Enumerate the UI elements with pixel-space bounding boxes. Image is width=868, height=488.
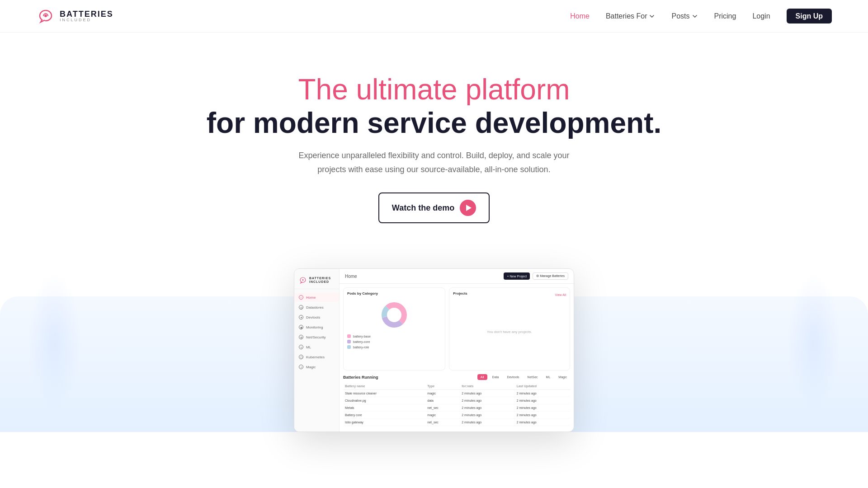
svg-point-0 (44, 14, 47, 17)
dashboard-content-row: Pods by Category (340, 284, 574, 374)
cell-battery-name: Metals (343, 404, 425, 412)
dashboard-table-header: Batteries Running All Data Devtools NetS… (343, 374, 570, 380)
cell-updated: 2 minutes ago (515, 419, 570, 426)
legend-dot-base (347, 334, 351, 338)
table-row: Istio gateway net_sec 2 minutes ago 2 mi… (343, 419, 570, 426)
sidebar-item-devtools[interactable]: ✦ Devtools (294, 313, 339, 322)
cell-for-nats: 2 minutes ago (460, 412, 514, 419)
manage-batteries-button[interactable]: ⚙ Manage Batteries (533, 272, 568, 280)
legend-dot-role (347, 345, 351, 349)
tab-data[interactable]: Data (489, 374, 502, 380)
cell-type: net_sec (425, 404, 460, 412)
legend-item-base: battery-base (347, 334, 441, 338)
dashboard-frame: BATTERIES INCLUDED ⌂ Home ◎ Datastores ✦… (294, 268, 574, 432)
logo-text: BATTERIES INCLUDED (60, 10, 113, 22)
netsecurity-nav-dot: ⊕ (299, 335, 303, 339)
kubernetes-nav-dot: ⎔ (299, 355, 303, 359)
sidebar-item-ml[interactable]: ∿ ML (294, 343, 339, 352)
tab-all[interactable]: All (477, 374, 487, 380)
tab-devtools[interactable]: Devtools (504, 374, 522, 380)
ml-nav-dot: ∿ (299, 345, 303, 349)
dashboard-sidebar: BATTERIES INCLUDED ⌂ Home ◎ Datastores ✦… (294, 269, 340, 432)
table-row: Battery core magic 2 minutes ago 2 minut… (343, 412, 570, 419)
col-last-updated: Last Updated (515, 383, 570, 390)
hero-headline: The ultimate platform for modern service… (18, 73, 850, 140)
new-project-button[interactable]: + New Project (504, 272, 530, 280)
logo: BATTERIES INCLUDED (36, 7, 113, 26)
home-nav-dot: ⌂ (299, 295, 303, 300)
nav-links: Home Batteries For Posts Pricing Login S… (570, 12, 832, 20)
play-icon (460, 200, 476, 216)
sidebar-item-monitoring[interactable]: ◉ Monitoring (294, 323, 339, 332)
legend-item-role: battery-role (347, 345, 441, 349)
tab-netsec[interactable]: NetSec (524, 374, 541, 380)
magic-nav-dot: ✧ (299, 365, 303, 369)
cell-type: magic (425, 390, 460, 397)
nav-login[interactable]: Login (752, 12, 770, 20)
sidebar-item-magic[interactable]: ✧ Magic (294, 362, 339, 371)
legend-dot-core (347, 340, 351, 343)
cell-type: magic (425, 412, 460, 419)
screenshot-section: BATTERIES INCLUDED ⌂ Home ◎ Datastores ✦… (0, 250, 868, 432)
cell-for-nats: 2 minutes ago (460, 419, 514, 426)
nav-signup[interactable]: Sign Up (787, 9, 832, 23)
view-all-projects[interactable]: View All (555, 293, 566, 296)
dashboard-topbar: Home + New Project ⚙ Manage Batteries (340, 269, 574, 284)
legend-item-core: battery-core (347, 340, 441, 343)
nav-batteries-for[interactable]: Batteries For (606, 12, 656, 20)
cell-updated: 2 minutes ago (515, 412, 570, 419)
cell-for-nats: 2 minutes ago (460, 404, 514, 412)
cell-for-nats: 2 minutes ago (460, 390, 514, 397)
navbar: BATTERIES INCLUDED Home Batteries For Po… (0, 0, 868, 33)
dashboard-table-section: Batteries Running All Data Devtools NetS… (340, 374, 574, 430)
sidebar-item-home[interactable]: ⌂ Home (294, 293, 339, 302)
cell-battery-name: Cloudnative.pg (343, 397, 425, 404)
dashboard-inner: BATTERIES INCLUDED ⌂ Home ◎ Datastores ✦… (294, 269, 574, 432)
svg-point-1 (302, 279, 304, 281)
table-row: Metals net_sec 2 minutes ago 2 minutes a… (343, 404, 570, 412)
logo-icon (36, 7, 55, 26)
dashboard-topbar-buttons: + New Project ⚙ Manage Batteries (504, 272, 568, 280)
no-projects-message: You don't have any projects. (453, 302, 566, 362)
donut-chart (347, 299, 441, 331)
watch-demo-button[interactable]: Watch the demo (378, 192, 490, 223)
cell-updated: 2 minutes ago (515, 404, 570, 412)
table-row: Cloudnative.pg data 2 minutes ago 2 minu… (343, 397, 570, 404)
dashboard-logo: BATTERIES INCLUDED (294, 274, 339, 289)
tab-magic[interactable]: Magic (555, 374, 570, 380)
cell-for-nats: 2 minutes ago (460, 397, 514, 404)
sidebar-item-kubernetes[interactable]: ⎔ Kubernetes (294, 352, 339, 361)
dashboard-projects-box: Projects View All You don't have any pro… (449, 287, 570, 371)
hero-description: Experience unparalleled flexibility and … (298, 149, 570, 176)
tab-ml[interactable]: ML (543, 374, 554, 380)
hero-section: The ultimate platform for modern service… (0, 33, 868, 250)
sidebar-item-datastores[interactable]: ◎ Datastores (294, 303, 339, 312)
col-type: Type (425, 383, 460, 390)
dashboard-projects-header: Projects View All (453, 291, 566, 298)
cell-battery-name: Battery core (343, 412, 425, 419)
dashboard-tabs: All Data Devtools NetSec ML Magic (477, 374, 570, 380)
svg-point-5 (388, 309, 401, 321)
nav-pricing[interactable]: Pricing (714, 12, 736, 20)
table-row: Stale resource cleaner magic 2 minutes a… (343, 390, 570, 397)
donut-legend: battery-base battery-core battery-role (347, 334, 441, 349)
cell-type: net_sec (425, 419, 460, 426)
dashboard-chart-box: Pods by Category (343, 287, 445, 371)
datastores-nav-dot: ◎ (299, 305, 303, 310)
sidebar-item-netsecurity[interactable]: ⊕ Net/Security (294, 333, 339, 342)
cell-updated: 2 minutes ago (515, 397, 570, 404)
cell-type: data (425, 397, 460, 404)
nav-home[interactable]: Home (570, 12, 590, 20)
nav-posts[interactable]: Posts (671, 12, 698, 20)
cell-battery-name: Stale resource cleaner (343, 390, 425, 397)
col-for-nats: for:nats (460, 383, 514, 390)
dashboard-main: Home + New Project ⚙ Manage Batteries Po… (340, 269, 574, 432)
col-battery-name: Battery name (343, 383, 425, 390)
cell-battery-name: Istio gateway (343, 419, 425, 426)
bg-blob-left (27, 273, 81, 409)
cell-updated: 2 minutes ago (515, 390, 570, 397)
monitoring-nav-dot: ◉ (299, 325, 303, 329)
batteries-table: Battery name Type for:nats Last Updated … (343, 383, 570, 426)
devtools-nav-dot: ✦ (299, 315, 303, 319)
bg-blob-right (787, 273, 841, 409)
